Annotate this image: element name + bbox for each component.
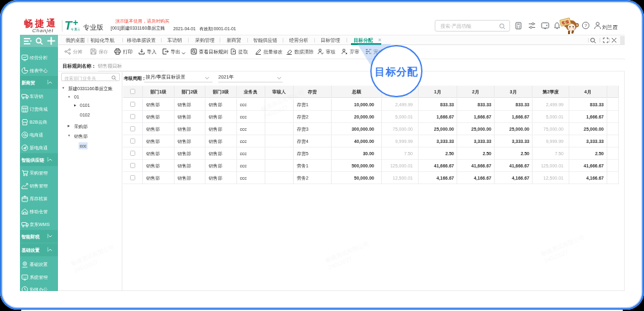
- svg-text:?: ?: [584, 23, 587, 28]
